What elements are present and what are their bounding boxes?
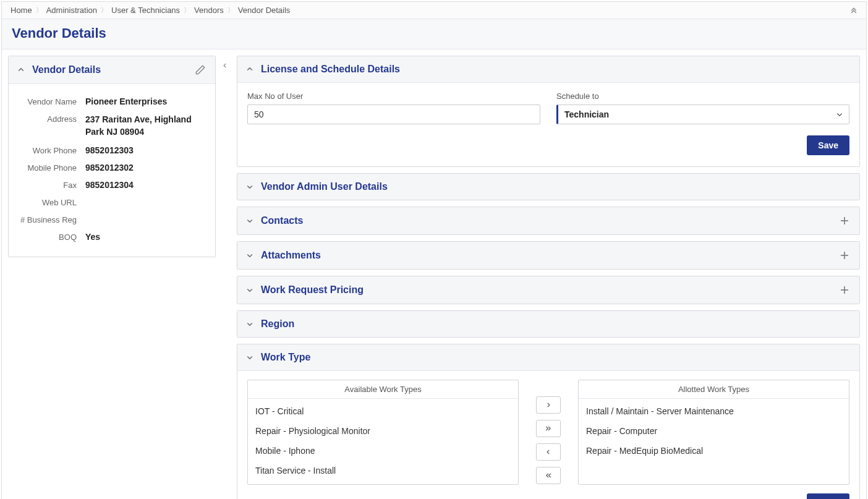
breadcrumb-users-technicians[interactable]: User & Technicians — [111, 6, 180, 15]
work-type-title: Work Type — [261, 352, 310, 363]
save-license-button[interactable]: Save — [807, 135, 849, 155]
contacts-card: Contacts — [237, 207, 860, 235]
region-title: Region — [261, 318, 294, 330]
plus-icon[interactable] — [838, 215, 851, 227]
breadcrumb-vendors[interactable]: Vendors — [194, 6, 224, 15]
breadcrumb-administration[interactable]: Administration — [46, 6, 97, 15]
chevron-down-icon[interactable] — [246, 252, 253, 259]
chevron-down-icon[interactable] — [246, 354, 253, 361]
max-users-input[interactable] — [247, 104, 540, 124]
chevron-down-icon[interactable] — [246, 183, 253, 190]
fax-label: Fax — [19, 180, 85, 190]
breadcrumb-home[interactable]: Home — [11, 6, 32, 15]
boq-value: Yes — [85, 232, 205, 242]
business-reg-label: # Business Reg — [19, 215, 85, 224]
vendor-details-title: Vendor Details — [32, 64, 101, 75]
chevron-right-icon: 〉 — [36, 6, 43, 15]
move-all-right-button[interactable] — [536, 420, 561, 437]
web-url-label: Web URL — [19, 197, 85, 207]
list-item[interactable]: IOT - Critical — [248, 401, 518, 421]
region-card: Region — [237, 310, 860, 338]
breadcrumb-current: Vendor Details — [238, 6, 291, 15]
mobile-phone-value: 9852012302 — [85, 163, 205, 173]
web-url-value — [85, 197, 205, 207]
contacts-title: Contacts — [261, 215, 303, 226]
work-request-pricing-title: Work Request Pricing — [261, 284, 364, 296]
chevron-down-icon[interactable] — [246, 320, 253, 328]
vendor-details-card: Vendor Details Vendor Name Pioneer Enter… — [8, 56, 216, 257]
attachments-card: Attachments — [237, 241, 860, 270]
vendor-admin-card: Vendor Admin User Details — [237, 173, 860, 200]
chevron-right-icon: 〉 — [184, 6, 190, 15]
license-schedule-card: License and Schedule Details Max No of U… — [237, 56, 860, 167]
work-phone-label: Work Phone — [19, 145, 85, 155]
attachments-title: Attachments — [261, 250, 321, 261]
business-reg-value — [85, 215, 205, 224]
move-right-button[interactable] — [536, 396, 561, 414]
save-work-type-button[interactable]: Save — [807, 493, 849, 499]
chevron-right-icon: 〉 — [101, 6, 108, 15]
move-all-left-button[interactable] — [536, 467, 561, 484]
schedule-to-select[interactable]: Technician — [556, 104, 849, 124]
chevron-up-icon[interactable] — [246, 66, 253, 73]
allotted-work-types-header: Allotted Work Types — [579, 380, 849, 399]
available-work-types-list[interactable]: IOT - CriticalRepair - Physiological Mon… — [248, 399, 518, 484]
address-value: 237 Raritan Ave, Highland Park NJ 08904 — [85, 114, 205, 138]
plus-icon[interactable] — [838, 284, 851, 296]
license-schedule-title: License and Schedule Details — [261, 64, 400, 75]
list-item[interactable]: Repair - MedEquip BioMedical — [579, 441, 849, 461]
breadcrumb-bar: Home 〉 Administration 〉 User & Technicia… — [2, 2, 866, 19]
page-title-bar: Vendor Details — [2, 19, 866, 49]
allotted-work-types-listbox: Allotted Work Types Install / Maintain -… — [578, 380, 849, 485]
vendor-name-label: Vendor Name — [19, 96, 85, 106]
list-item[interactable]: Titan Service - Install — [248, 461, 518, 480]
list-item[interactable]: Mobile - Iphone — [248, 441, 518, 461]
list-item[interactable]: Repair - Computer — [579, 421, 849, 441]
breadcrumb: Home 〉 Administration 〉 User & Technicia… — [11, 6, 290, 15]
address-label: Address — [19, 114, 85, 138]
available-work-types-header: Available Work Types — [248, 380, 518, 399]
mobile-phone-label: Mobile Phone — [19, 163, 85, 173]
vendor-admin-title: Vendor Admin User Details — [261, 181, 388, 192]
chevron-down-icon[interactable] — [246, 286, 253, 294]
collapse-up-icon[interactable] — [850, 7, 857, 14]
list-item[interactable]: Repair - Physiological Monitor — [248, 421, 518, 441]
work-type-card: Work Type Available Work Types IOT - Cri… — [237, 344, 860, 499]
page-title: Vendor Details — [12, 25, 106, 41]
chevron-right-icon: 〉 — [228, 6, 234, 15]
work-request-pricing-card: Work Request Pricing — [237, 276, 860, 304]
transfer-buttons — [531, 380, 566, 485]
work-phone-value: 9852012303 — [85, 145, 205, 155]
chevron-up-icon[interactable] — [17, 66, 25, 74]
edit-icon[interactable] — [194, 64, 206, 76]
fax-value: 9852012304 — [85, 180, 205, 190]
max-users-label: Max No of User — [247, 92, 540, 101]
available-work-types-listbox: Available Work Types IOT - CriticalRepai… — [247, 380, 519, 485]
allotted-work-types-list[interactable]: Install / Maintain - Server MaintenanceR… — [579, 399, 849, 484]
chevron-down-icon[interactable] — [246, 217, 253, 224]
boq-label: BOQ — [19, 232, 85, 242]
collapse-left-icon[interactable] — [221, 59, 229, 72]
vendor-name-value: Pioneer Enterprises — [85, 96, 205, 106]
list-item[interactable]: Install / Maintain - Server Maintenance — [579, 401, 849, 421]
plus-icon[interactable] — [838, 249, 851, 262]
move-left-button[interactable] — [536, 443, 561, 461]
schedule-to-label: Schedule to — [556, 92, 849, 101]
